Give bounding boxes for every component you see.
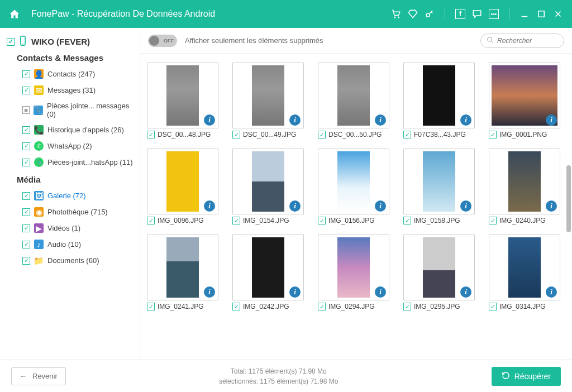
info-icon[interactable]: i	[375, 200, 386, 212]
item-check[interactable]: ✓	[22, 142, 30, 150]
thumbnail-check[interactable]: ✓	[318, 217, 326, 224]
deleted-toggle[interactable]: OFF	[148, 35, 177, 47]
sidebar-item[interactable]: ✓◉Photothèque (715)	[7, 204, 133, 220]
sidebar-item[interactable]: ■📎Pièces jointe... messages (0)	[7, 98, 133, 122]
thumbnail-check[interactable]: ✓	[232, 131, 240, 138]
info-icon[interactable]: i	[289, 114, 301, 126]
sidebar-item[interactable]: ✓📎Pièces-joint...hatsApp (11)	[7, 154, 133, 170]
device-row[interactable]: ✓ WIKO (FEVER)	[7, 36, 133, 47]
info-icon[interactable]: i	[375, 286, 386, 298]
thumbnail-check[interactable]: ✓	[318, 303, 326, 310]
key-icon[interactable]	[425, 9, 435, 19]
info-icon[interactable]: i	[289, 200, 301, 212]
thumbnail[interactable]: i	[403, 149, 475, 214]
thumbnail[interactable]: i	[147, 63, 218, 128]
thumbnail[interactable]: i	[232, 149, 304, 214]
item-check[interactable]: ✓	[22, 241, 30, 248]
item-check[interactable]: ✓	[22, 208, 30, 216]
scrollbar-thumb[interactable]	[566, 165, 571, 232]
search-input[interactable]	[497, 37, 558, 45]
thumbnail[interactable]: i	[403, 63, 475, 128]
thumbnail-check[interactable]: ✓	[147, 217, 155, 224]
thumbnail[interactable]: i	[489, 235, 560, 300]
info-icon[interactable]: i	[460, 200, 471, 212]
thumbnail-check[interactable]: ✓	[318, 131, 326, 138]
info-icon[interactable]: i	[375, 114, 386, 126]
item-check[interactable]: ✓	[22, 159, 30, 166]
thumbnail-check[interactable]: ✓	[403, 217, 411, 224]
thumbnail-check[interactable]: ✓	[147, 303, 155, 310]
info-icon[interactable]: i	[204, 286, 215, 298]
thumbnail[interactable]: i	[403, 235, 475, 300]
search-box[interactable]	[480, 34, 564, 48]
info-icon[interactable]: i	[460, 114, 471, 126]
minimize-icon[interactable]	[519, 9, 530, 19]
thumbnail-check[interactable]: ✓	[232, 303, 240, 310]
info-icon[interactable]: i	[204, 200, 215, 212]
thumbnail-item[interactable]: i✓DSC_00...50.JPG	[318, 63, 394, 138]
thumbnail-check[interactable]: ✓	[489, 131, 497, 138]
thumbnail-check[interactable]: ✓	[232, 217, 240, 224]
thumbnail-item[interactable]: i✓IMG_0240.JPG	[489, 149, 565, 224]
back-button[interactable]: ← Revenir	[11, 367, 66, 385]
thumbnail[interactable]: i	[318, 149, 389, 214]
thumbnail-item[interactable]: i✓IMG_0241.JPG	[147, 235, 223, 310]
thumbnail[interactable]: i	[232, 63, 304, 128]
thumbnail-item[interactable]: i✓IMG_0294.JPG	[318, 235, 394, 310]
home-icon[interactable]	[9, 8, 20, 20]
info-icon[interactable]: i	[546, 286, 557, 298]
sidebar-item[interactable]: ✓📞Historique d'appels (26)	[7, 122, 133, 138]
thumbnail-item[interactable]: i✓IMG_0242.JPG	[232, 235, 309, 310]
maximize-icon[interactable]	[536, 9, 546, 19]
device-check[interactable]: ✓	[7, 38, 15, 46]
thumbnail-item[interactable]: i✓IMG_0154.JPG	[232, 149, 309, 224]
item-check[interactable]: ■	[22, 106, 30, 114]
thumbnail[interactable]: i	[489, 149, 560, 214]
info-icon[interactable]: i	[289, 286, 301, 298]
thumbnail-check[interactable]: ✓	[489, 217, 497, 224]
thumbnail-check[interactable]: ✓	[489, 303, 497, 310]
thumbnail-item[interactable]: i✓DSC_00...48.JPG	[147, 63, 223, 138]
sidebar-item[interactable]: ✓✉Messages (31)	[7, 82, 133, 98]
cart-icon[interactable]	[391, 9, 401, 19]
thumbnail-item[interactable]: i✓IMG_0156.JPG	[318, 149, 394, 224]
item-check[interactable]: ✓	[22, 70, 30, 78]
sidebar-item[interactable]: ✓▶Vidéos (1)	[7, 220, 133, 236]
thumbnail-item[interactable]: i✓F07C38...43.JPG	[403, 63, 480, 138]
more-icon[interactable]: •••	[489, 9, 499, 19]
item-check[interactable]: ✓	[22, 192, 30, 200]
thumbnail[interactable]: i	[147, 235, 218, 300]
thumbnail[interactable]: i	[318, 63, 389, 128]
thumbnail[interactable]: i	[318, 235, 389, 300]
thumbnail-check[interactable]: ✓	[403, 303, 411, 310]
sidebar-item[interactable]: ✓✆WhatsApp (2)	[7, 138, 133, 154]
sidebar-item[interactable]: ✓📁Documents (60)	[7, 252, 133, 269]
info-icon[interactable]: i	[546, 114, 557, 126]
thumbnail-item[interactable]: i✓IMG_0001.PNG	[489, 63, 565, 138]
sidebar-item[interactable]: ✓👤Contacts (247)	[7, 66, 133, 82]
item-check[interactable]: ✓	[22, 257, 30, 265]
thumbnail-check[interactable]: ✓	[147, 131, 155, 138]
item-check[interactable]: ✓	[22, 126, 30, 134]
sidebar-item[interactable]: ✓♪Audio (10)	[7, 236, 133, 252]
facebook-icon[interactable]: f	[455, 9, 465, 19]
item-check[interactable]: ✓	[22, 87, 30, 94]
thumbnail-item[interactable]: i✓IMG_0314.JPG	[489, 235, 565, 310]
thumbnail-item[interactable]: i✓IMG_0096.JPG	[147, 149, 223, 224]
info-icon[interactable]: i	[546, 200, 557, 212]
thumbnail[interactable]: i	[232, 235, 304, 300]
close-icon[interactable]	[553, 9, 563, 19]
thumbnail-item[interactable]: i✓IMG_0158.JPG	[403, 149, 480, 224]
feedback-icon[interactable]	[472, 9, 482, 19]
item-check[interactable]: ✓	[22, 224, 30, 232]
sidebar-item[interactable]: ✓🖼Galerie (72)	[7, 188, 133, 204]
diamond-icon[interactable]	[408, 9, 418, 19]
info-icon[interactable]: i	[460, 286, 471, 298]
recover-button[interactable]: Récupérer	[492, 367, 561, 386]
thumbnail-item[interactable]: i✓IMG_0295.JPG	[403, 235, 480, 310]
thumbnail[interactable]: i	[147, 149, 218, 214]
scrollbar[interactable]	[566, 65, 571, 348]
thumbnail[interactable]: i	[489, 63, 560, 128]
info-icon[interactable]: i	[204, 114, 215, 126]
thumbnail-item[interactable]: i✓DSC_00...49.JPG	[232, 63, 309, 138]
